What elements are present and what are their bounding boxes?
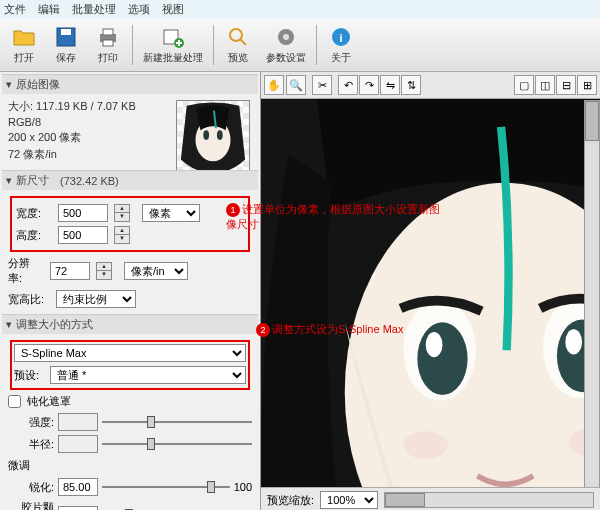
svg-point-15 xyxy=(217,130,223,140)
menu-edit[interactable]: 编辑 xyxy=(38,2,60,17)
svg-rect-3 xyxy=(103,29,113,35)
preset-label: 预设: xyxy=(14,368,44,383)
preview-image[interactable] xyxy=(261,99,600,487)
method-select[interactable]: S-Spline Max xyxy=(14,344,246,362)
svg-point-24 xyxy=(403,431,448,459)
collapse-icon: ▾ xyxy=(6,174,12,187)
menu-file[interactable]: 文件 xyxy=(4,2,26,17)
collapse-icon: ▾ xyxy=(6,78,12,91)
hand-tool-icon[interactable]: ✋ xyxy=(264,75,284,95)
preview-footer: 预览缩放: 100% xyxy=(261,487,600,510)
main-toolbar: 打开 保存 打印 新建批量处理 预览 参数设置 i关于 xyxy=(0,19,600,72)
svg-text:i: i xyxy=(339,32,342,44)
flip-h-icon[interactable]: ⇋ xyxy=(380,75,400,95)
flip-v-icon[interactable]: ⇅ xyxy=(401,75,421,95)
sharp-input[interactable] xyxy=(58,478,98,496)
view-single-icon[interactable]: ▢ xyxy=(514,75,534,95)
sharp-max: 100 xyxy=(234,481,252,493)
about-button[interactable]: i关于 xyxy=(321,23,361,67)
grain-input[interactable] xyxy=(58,506,98,510)
fine-tune-label: 微调 xyxy=(8,455,252,476)
view-quad-icon[interactable]: ⊞ xyxy=(577,75,597,95)
width-input[interactable] xyxy=(58,204,108,222)
zoom-select[interactable]: 100% xyxy=(320,491,378,509)
width-spinner[interactable]: ▲▼ xyxy=(114,204,130,222)
print-button[interactable]: 打印 xyxy=(88,23,128,67)
vertical-scrollbar[interactable] xyxy=(584,100,600,488)
collapse-icon: ▾ xyxy=(6,318,12,331)
res-input[interactable] xyxy=(50,262,90,280)
rotate-left-icon[interactable]: ↶ xyxy=(338,75,358,95)
height-label: 高度: xyxy=(16,228,52,243)
unsharp-checkbox[interactable] xyxy=(8,395,21,408)
preview-pane: ✋ 🔍 ✂ ↶ ↷ ⇋ ⇅ ▢ ◫ ⊟ ⊞ xyxy=(260,72,600,510)
grain-label: 胶片颗粒: xyxy=(8,500,54,510)
section-resize-method[interactable]: ▾调整大小的方式 xyxy=(2,314,258,334)
ratio-select[interactable]: 约束比例 xyxy=(56,290,136,308)
zoom-label: 预览缩放: xyxy=(267,493,314,508)
settings-button[interactable]: 参数设置 xyxy=(260,23,312,67)
svg-point-23 xyxy=(565,329,582,354)
original-thumbnail xyxy=(176,100,250,170)
annotation-2: 2调整方式设为S-Spline Max xyxy=(256,322,403,337)
menu-view[interactable]: 视图 xyxy=(162,2,184,17)
preset-select[interactable]: 普通 * xyxy=(50,366,246,384)
height-spinner[interactable]: ▲▼ xyxy=(114,226,130,244)
crop-tool-icon[interactable]: ✂ xyxy=(312,75,332,95)
section-original[interactable]: ▾原始图像 xyxy=(2,74,258,94)
radius-slider[interactable] xyxy=(102,436,252,452)
svg-rect-1 xyxy=(61,29,71,35)
open-button[interactable]: 打开 xyxy=(4,23,44,67)
preview-button[interactable]: 预览 xyxy=(218,23,258,67)
strength-input[interactable] xyxy=(58,413,98,431)
menu-bar: 文件 编辑 批量处理 选项 视图 xyxy=(0,0,600,19)
size-settings-highlight: 宽度: ▲▼ 像素 高度: ▲▼ xyxy=(10,196,250,252)
menu-options[interactable]: 选项 xyxy=(128,2,150,17)
svg-point-14 xyxy=(203,130,209,140)
unit-select[interactable]: 像素 xyxy=(142,204,200,222)
svg-point-22 xyxy=(426,332,443,357)
annotation-1: 1设置单位为像素，根据原图大小设置新图像尺寸 xyxy=(226,202,446,232)
svg-rect-4 xyxy=(103,40,113,46)
section-newsize[interactable]: ▾新尺寸 (732.42 KB) xyxy=(2,170,258,190)
view-split-v-icon[interactable]: ⊟ xyxy=(556,75,576,95)
radius-input[interactable] xyxy=(58,435,98,453)
unsharp-label: 钝化遮罩 xyxy=(27,394,71,409)
save-button[interactable]: 保存 xyxy=(46,23,86,67)
svg-point-20 xyxy=(417,322,467,395)
left-panel: ▾原始图像 大小: 117.19 KB / 7.07 KB RGB/8 200 … xyxy=(0,72,260,510)
zoom-tool-icon[interactable]: 🔍 xyxy=(286,75,306,95)
res-spinner[interactable]: ▲▼ xyxy=(96,262,112,280)
method-highlight: S-Spline Max 预设: 普通 * xyxy=(10,340,250,390)
ratio-label: 宽高比: xyxy=(8,292,50,307)
sharp-label: 锐化: xyxy=(8,480,54,495)
new-batch-button[interactable]: 新建批量处理 xyxy=(137,23,209,67)
svg-point-9 xyxy=(283,34,289,40)
width-label: 宽度: xyxy=(16,206,52,221)
strength-label: 强度: xyxy=(8,415,54,430)
sharp-slider[interactable] xyxy=(102,479,230,495)
height-input[interactable] xyxy=(58,226,108,244)
menu-batch[interactable]: 批量处理 xyxy=(72,2,116,17)
rotate-right-icon[interactable]: ↷ xyxy=(359,75,379,95)
res-unit-select[interactable]: 像素/in xyxy=(124,262,188,280)
preview-toolbar: ✋ 🔍 ✂ ↶ ↷ ⇋ ⇅ ▢ ◫ ⊟ ⊞ xyxy=(261,72,600,99)
res-label: 分辨率: xyxy=(8,256,44,286)
horizontal-scrollbar[interactable] xyxy=(384,492,594,508)
strength-slider[interactable] xyxy=(102,414,252,430)
radius-label: 半径: xyxy=(8,437,54,452)
view-split-h-icon[interactable]: ◫ xyxy=(535,75,555,95)
